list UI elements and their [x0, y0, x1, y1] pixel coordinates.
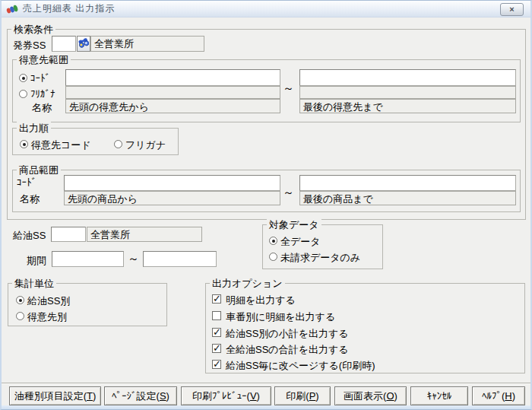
customer-range-code-radio-label[interactable]: ｺｰﾄﾞ: [30, 72, 50, 84]
close-button[interactable]: ×: [500, 3, 524, 16]
customer-from-code-input[interactable]: [65, 69, 280, 86]
button-accel: H: [505, 390, 511, 402]
close-icon: ×: [509, 5, 514, 14]
product-range-code-label: ｺｰﾄﾞ: [17, 176, 36, 188]
period-to-input[interactable]: [143, 251, 217, 267]
group-search-conditions-label: 検索条件: [11, 23, 55, 37]
customer-range-furigana-radio[interactable]: [19, 90, 27, 98]
page-setup-button[interactable]: ﾍﾟｰｼﾞ設定(S): [104, 386, 177, 405]
product-to-code-input[interactable]: [299, 175, 516, 191]
button-text: 油種別項目設定(: [14, 390, 87, 402]
button-accel: S: [160, 390, 166, 402]
option-ss-subtotal-checkbox[interactable]: [212, 328, 221, 337]
option-detail-checkbox-label[interactable]: 明細を出力する: [226, 294, 296, 307]
title-bar: 売上明細表 出力指示 ×: [2, 1, 530, 17]
window-title: 売上明細表 出力指示: [23, 2, 115, 15]
option-by-vehicle-checkbox[interactable]: [212, 311, 221, 320]
button-text: ): [93, 390, 96, 402]
fueling-ss-display: 全営業所: [87, 227, 202, 242]
output-order-code-radio[interactable]: [20, 140, 28, 148]
group-output-order-label: 出力順: [17, 122, 51, 135]
option-grand-total-checkbox[interactable]: [212, 344, 221, 353]
button-accel: V: [250, 390, 257, 402]
button-text: ｷｬﾝｾﾙ: [427, 390, 452, 402]
period-from-input[interactable]: [52, 251, 124, 267]
customer-range-separator: ～: [283, 81, 294, 96]
option-page-break-checkbox[interactable]: [212, 360, 221, 369]
print-preview-button[interactable]: 印刷ﾌﾟﾚﾋﾞｭｰ(V): [181, 386, 271, 405]
cancel-button[interactable]: ｷｬﾝｾﾙ: [410, 386, 468, 405]
fuel-type-settings-button[interactable]: 油種別項目設定(T): [9, 386, 101, 405]
dialog-window: 売上明細表 出力指示 × 検索条件 発券SS 全営業所: [0, 0, 532, 410]
customer-from-name-display: 先頭の得意先から: [65, 99, 280, 113]
target-data-unbilled-radio-label[interactable]: 未請求データのみ: [280, 251, 360, 265]
aggregation-by-customer-radio-label[interactable]: 得意先別: [27, 310, 67, 324]
output-order-code-radio-label[interactable]: 得意先コード: [31, 138, 91, 152]
issuing-ss-input[interactable]: [52, 36, 76, 52]
target-data-all-radio[interactable]: [269, 237, 277, 245]
issuing-ss-lookup-button[interactable]: [77, 36, 90, 52]
option-detail-checkbox[interactable]: [212, 294, 221, 304]
button-accel: O: [386, 390, 394, 402]
group-product-range-label: 商品範囲: [17, 164, 61, 177]
product-from-name-display: 先頭の商品から: [64, 191, 280, 205]
button-text: ﾍﾟｰｼﾞ設定(: [112, 390, 160, 402]
button-text: 印刷ﾌﾟﾚﾋﾞｭｰ(: [192, 390, 250, 402]
fueling-ss-label: 給油SS: [13, 229, 46, 243]
button-bar-divider-highlight: [2, 383, 530, 384]
target-data-all-radio-label[interactable]: 全データ: [280, 235, 321, 249]
issuing-ss-display: 全営業所: [90, 36, 204, 52]
aggregation-by-customer-radio[interactable]: [16, 312, 24, 320]
period-separator: ～: [128, 252, 139, 266]
customer-to-code-input[interactable]: [299, 69, 516, 86]
issuing-ss-label: 発券SS: [13, 39, 46, 52]
group-aggregation-unit-label: 集計単位: [12, 277, 56, 291]
aggregation-by-ss-radio-label[interactable]: 給油SS別: [27, 294, 70, 308]
customer-to-name-display: 最後の得意先まで: [299, 99, 516, 113]
button-text: ): [512, 390, 515, 402]
customer-from-furigana-display: [65, 86, 280, 99]
period-label: 期間: [27, 254, 46, 268]
output-order-furigana-radio[interactable]: [114, 140, 122, 148]
group-customer-range-label: 得意先範囲: [17, 53, 71, 67]
button-text: 印刷(: [286, 390, 309, 402]
button-text: ): [166, 390, 169, 402]
product-range-name-label: 名称: [20, 192, 40, 206]
target-data-unbilled-radio[interactable]: [269, 253, 277, 261]
product-from-code-input[interactable]: [64, 175, 280, 191]
window-bottom-edge: [2, 405, 530, 409]
button-text: ﾍﾙﾌﾟ(: [482, 390, 505, 402]
button-text: ): [394, 390, 397, 402]
help-button[interactable]: ﾍﾙﾌﾟ(H): [472, 386, 525, 405]
option-page-break-checkbox-label[interactable]: 給油SS毎に改ページする(印刷時): [226, 359, 375, 373]
customer-range-name-label: 名称: [32, 101, 52, 115]
product-to-name-display: 最後の商品まで: [299, 191, 516, 205]
button-text: ): [315, 390, 318, 402]
button-text: ): [257, 390, 260, 402]
print-button[interactable]: 印刷(P): [274, 386, 331, 405]
option-by-vehicle-checkbox-label[interactable]: 車番別に明細を出力する: [226, 310, 335, 324]
option-grand-total-checkbox-label[interactable]: 全給油SSの合計を出力する: [226, 343, 349, 357]
binoculars-icon: [78, 37, 89, 50]
button-accel: T: [87, 390, 93, 402]
product-range-separator: ～: [283, 186, 294, 200]
output-order-furigana-radio-label[interactable]: フリガナ: [125, 138, 166, 152]
option-ss-subtotal-checkbox-label[interactable]: 給油SS別の小計を出力する: [226, 327, 349, 341]
screen-display-button[interactable]: 画面表示(O): [334, 386, 407, 405]
customer-to-furigana-display: [299, 86, 516, 99]
button-text: 画面表示(: [344, 390, 386, 402]
customer-range-code-radio[interactable]: [19, 74, 27, 82]
aggregation-by-ss-radio[interactable]: [16, 296, 24, 304]
fueling-ss-input[interactable]: [51, 227, 86, 242]
group-output-options-label: 出力オプション: [210, 277, 285, 291]
group-target-data-label: 対象データ: [267, 218, 321, 232]
customer-range-furigana-radio-label[interactable]: ﾌﾘｶﾞﾅ: [30, 88, 55, 100]
app-icon: [6, 4, 18, 14]
